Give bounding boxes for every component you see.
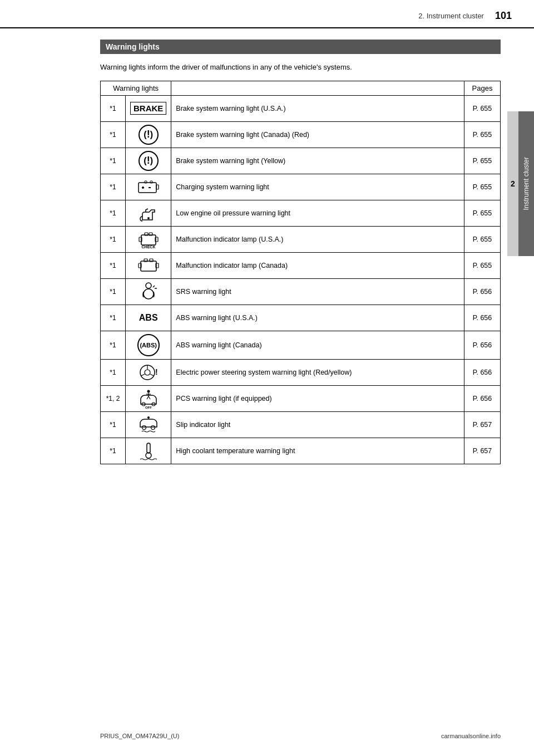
star-label: *1 — [101, 226, 126, 252]
star-label: *1 — [101, 278, 126, 305]
model-label: PRIUS_OM_OM47A29U_(U) — [100, 733, 179, 739]
svg-line-35 — [149, 396, 150, 399]
warning-table: Warning lights Pages *1BRAKEBrake system… — [100, 81, 501, 464]
description-cell: PCS warning light (if equipped) — [171, 385, 464, 411]
table-row: *1, 2 OFF PCS warning light (if equipped… — [101, 385, 501, 411]
description-cell: High coolant temperature warning light — [171, 438, 464, 464]
website-label: carmanualsonline.info — [441, 733, 501, 739]
table-row: *1 (ABS) ABS warning light (Canada)P. 65… — [101, 331, 501, 359]
header-section: 2. Instrument cluster — [418, 12, 484, 20]
description-cell: SRS warning light — [171, 278, 464, 305]
svg-line-34 — [147, 396, 149, 399]
description-cell: Slip indicator light — [171, 411, 464, 438]
icon-cell — [126, 252, 171, 278]
description-cell: Malfunction indicator lamp (Canada) — [171, 252, 464, 278]
icon-cell: (ABS) — [126, 331, 171, 359]
table-row: *1(!)Brake system warning light (Yellow)… — [101, 148, 501, 174]
icon-cell: BRAKE — [126, 95, 171, 121]
description-cell: Brake system warning light (U.S.A.) — [171, 95, 464, 121]
page-reference: P. 655 — [464, 148, 501, 174]
star-label: *1 — [101, 331, 126, 359]
svg-text:OFF: OFF — [145, 406, 152, 409]
chapter-number: 2 — [507, 111, 518, 256]
table-row: *1 SRS warning lightP. 656 — [101, 278, 501, 305]
svg-point-19 — [146, 283, 151, 288]
icon-cell — [126, 411, 171, 438]
description-cell: Low engine oil pressure warning light — [171, 200, 464, 226]
svg-point-39 — [147, 416, 150, 419]
section-heading: Warning lights — [100, 40, 501, 54]
table-row: *1 Malfunction indicator lamp (Canada)P.… — [101, 252, 501, 278]
star-label: *1 — [101, 411, 126, 438]
star-label: *1 — [101, 200, 126, 226]
star-label: *1 — [101, 305, 126, 331]
main-content: Warning lights Warning lights inform the… — [0, 28, 534, 487]
star-label: *1 — [101, 252, 126, 278]
svg-point-37 — [142, 425, 146, 429]
svg-point-31 — [147, 390, 150, 392]
svg-rect-0 — [139, 183, 156, 193]
icon-cell: (!) — [126, 121, 171, 148]
svg-line-27 — [150, 374, 154, 376]
page-reference: P. 657 — [464, 438, 501, 464]
svg-point-20 — [144, 289, 154, 299]
page-reference: P. 655 — [464, 95, 501, 121]
page-reference: P. 655 — [464, 252, 501, 278]
description-cell: ABS warning light (Canada) — [171, 331, 464, 359]
description-cell: Malfunction indicator lamp (U.S.A.) — [171, 226, 464, 252]
icon-cell: (!) — [126, 148, 171, 174]
table-row: *1 ! Electric power steering system warn… — [101, 359, 501, 385]
page-reference: P. 655 — [464, 121, 501, 148]
page-footer: PRIUS_OM_OM47A29U_(U) carmanualsonline.i… — [100, 733, 501, 739]
svg-text:CHECK: CHECK — [141, 245, 155, 249]
star-label: *1 — [101, 438, 126, 464]
description-cell: Electric power steering system warning l… — [171, 359, 464, 385]
page-header: 2. Instrument cluster 101 — [0, 0, 534, 28]
table-row: *1 Charging system warning lightP. 655 — [101, 174, 501, 200]
table-row: *1 Slip indicator lightP. 657 — [101, 411, 501, 438]
icon-cell — [126, 200, 171, 226]
description-cell: Brake system warning light (Canada) (Red… — [171, 121, 464, 148]
description-cell: Charging system warning light — [171, 174, 464, 200]
svg-text:!: ! — [155, 367, 158, 376]
icon-cell — [126, 278, 171, 305]
svg-point-7 — [147, 217, 150, 219]
svg-rect-14 — [141, 261, 156, 271]
page-reference: P. 655 — [464, 200, 501, 226]
icon-cell — [126, 174, 171, 200]
page-container: 2. Instrument cluster 101 2 Instrument c… — [0, 0, 534, 756]
svg-rect-8 — [141, 235, 156, 245]
page-reference: P. 657 — [464, 411, 501, 438]
star-label: *1 — [101, 95, 126, 121]
page-reference: P. 655 — [464, 174, 501, 200]
intro-text: Warning lights inform the driver of malf… — [100, 62, 501, 73]
table-row: *1 Low engine oil pressure warning light… — [101, 200, 501, 226]
star-label: *1 — [101, 148, 126, 174]
table-row: *1(!)Brake system warning light (Canada)… — [101, 121, 501, 148]
star-label: *1 — [101, 359, 126, 385]
page-reference: P. 656 — [464, 305, 501, 331]
page-number: 101 — [495, 10, 512, 22]
svg-point-24 — [145, 370, 150, 375]
star-label: *1, 2 — [101, 385, 126, 411]
description-cell: ABS warning light (U.S.A.) — [171, 305, 464, 331]
page-reference: P. 656 — [464, 359, 501, 385]
table-row: *1 High coolant temperature warning ligh… — [101, 438, 501, 464]
icon-cell: ABS — [126, 305, 171, 331]
table-row: *1BRAKEBrake system warning light (U.S.A… — [101, 95, 501, 121]
svg-point-38 — [151, 425, 155, 429]
icon-cell: ! — [126, 359, 171, 385]
table-row: *1 CHECK Malfunction indicator lamp (U.S… — [101, 226, 501, 252]
page-reference: P. 656 — [464, 331, 501, 359]
svg-line-21 — [153, 286, 155, 287]
table-row: *1ABSABS warning light (U.S.A.)P. 656 — [101, 305, 501, 331]
page-reference: P. 656 — [464, 278, 501, 305]
col-header-pages: Pages — [464, 81, 501, 95]
icon-cell — [126, 438, 171, 464]
svg-line-26 — [141, 374, 145, 376]
star-label: *1 — [101, 174, 126, 200]
icon-cell: CHECK — [126, 226, 171, 252]
description-cell: Brake system warning light (Yellow) — [171, 148, 464, 174]
chapter-label: Instrument cluster — [518, 111, 534, 256]
col-header-warning: Warning lights — [101, 81, 171, 95]
